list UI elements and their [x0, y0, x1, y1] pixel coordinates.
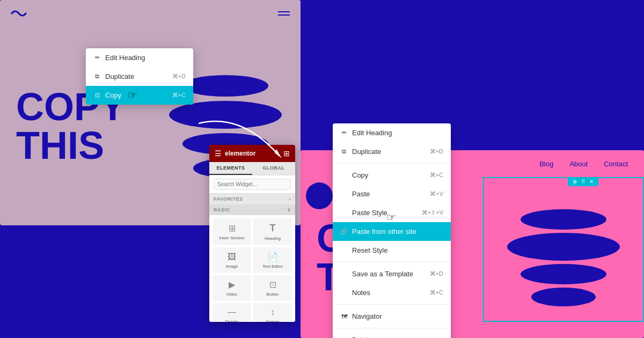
- basic-section-label: BASIC ∨: [209, 204, 295, 215]
- image-icon: 🖼: [228, 252, 236, 262]
- menu-label-dup: Duplicate: [105, 72, 134, 80]
- widget-button-label: Button: [266, 292, 279, 297]
- right-copy-label: Copy: [352, 171, 368, 179]
- svg-marker-0: [275, 149, 282, 158]
- menu-item-dup-left: ⧉ Duplicate: [93, 72, 134, 80]
- paste-other-label: Paste from other site: [352, 227, 416, 236]
- navigator-icon: 🗺: [340, 313, 348, 320]
- cursor-left: ☞: [128, 89, 137, 101]
- menu-item-duplicate[interactable]: ⧉ Duplicate ⌘+D: [86, 67, 193, 86]
- menu-right-paste[interactable]: Paste ⌘+V: [333, 185, 451, 203]
- divider-icon: —: [228, 307, 236, 317]
- big-dot: [306, 182, 333, 209]
- left-site-header: [0, 0, 301, 27]
- right-dup-label: Duplicate: [352, 148, 381, 156]
- divider-2: [333, 262, 451, 262]
- copy-shortcut: ⌘+C: [172, 92, 186, 99]
- widget-button[interactable]: ⊡ Button: [253, 275, 292, 301]
- context-menu-right[interactable]: ✏ Edit Heading ⧉ Duplicate ⌘+D Copy ⌘+C …: [333, 123, 451, 338]
- basic-arrow: ∨: [287, 207, 291, 212]
- right-copy-icon: [340, 172, 348, 179]
- right-paste-label: Paste: [352, 190, 370, 198]
- selection-toolbar[interactable]: ⊕ ⠿ ✕: [568, 177, 598, 186]
- handle-icon[interactable]: ⠿: [580, 179, 587, 185]
- menu-right-paste-other[interactable]: 🔗 Paste from other site: [333, 222, 451, 241]
- menu-right-delete[interactable]: 🗑 Delete: [333, 330, 451, 338]
- divider-1: [333, 163, 451, 164]
- arrow-graphic: [188, 107, 295, 172]
- search-area[interactable]: [209, 175, 295, 194]
- save-template-label: Save as a Template: [352, 270, 413, 278]
- hamburger-icon[interactable]: [278, 11, 290, 16]
- widget-divider-label: Divider: [225, 319, 239, 322]
- menu-right-copy[interactable]: Copy ⌘+C: [333, 166, 451, 185]
- delete-label: Delete: [352, 336, 372, 338]
- right-edit-icon: ✏: [340, 129, 348, 137]
- right-dup-icon: ⧉: [340, 148, 348, 156]
- notes-icon: [340, 289, 348, 297]
- menu-item-copy[interactable]: ⊡ Copy ⌘+C: [86, 86, 193, 105]
- menu-right-navigator[interactable]: 🗺 Navigator: [333, 307, 451, 326]
- divider-4: [333, 328, 451, 328]
- widget-image[interactable]: 🖼 Image: [213, 247, 251, 273]
- close-selection-icon[interactable]: ✕: [588, 179, 595, 185]
- save-template-shortcut: ⌘+D: [430, 270, 443, 277]
- paste-other-icon: 🔗: [340, 228, 348, 236]
- search-input[interactable]: [214, 179, 291, 190]
- paste-style-icon: [340, 209, 348, 217]
- navigator-label: Navigator: [352, 312, 382, 320]
- widget-video[interactable]: ▶ Video: [213, 275, 251, 301]
- widget-spacer-label: Spacer: [266, 319, 279, 322]
- right-copy-shortcut: ⌘+C: [430, 172, 443, 179]
- favorites-arrow: ›: [289, 196, 291, 202]
- favorites-section-label: FAVORITES ›: [209, 194, 295, 204]
- edit-icon: ✏: [93, 54, 101, 62]
- favorites-label: FAVORITES: [214, 196, 243, 202]
- notes-shortcut: ⌘+C: [430, 289, 443, 296]
- copy-icon: ⊡: [93, 92, 101, 99]
- delete-icon: 🗑: [340, 336, 348, 339]
- right-edit-label: Edit Heading: [352, 129, 392, 137]
- basic-label: BASIC: [214, 207, 230, 212]
- notes-label: Notes: [352, 289, 370, 297]
- spacer-icon: ↕: [270, 307, 275, 317]
- context-menu-left[interactable]: ✏ Edit Heading ⧉ Duplicate ⌘+D ⊡ Copy ⌘+…: [86, 48, 193, 105]
- menu-right-notes[interactable]: Notes ⌘+C: [333, 283, 451, 302]
- duplicate-icon: ⧉: [93, 73, 101, 80]
- menu-right-reset-style[interactable]: Reset Style: [333, 241, 451, 260]
- nav-contact[interactable]: Contact: [604, 160, 628, 168]
- video-icon: ▶: [229, 280, 235, 290]
- widget-inner-section-label: Inner Section: [219, 236, 244, 240]
- inner-section-icon: ⊞: [229, 223, 236, 233]
- right-paste-shortcut: ⌘+V: [430, 190, 443, 197]
- nav-blog[interactable]: Blog: [539, 160, 553, 168]
- menu-label-copy: Copy: [105, 91, 121, 99]
- text-editor-icon: 📄: [267, 252, 278, 262]
- menu-right-edit-heading[interactable]: ✏ Edit Heading: [333, 123, 451, 142]
- paste-style-shortcut: ⌘+⇧+V: [422, 209, 443, 216]
- right-paste-icon: [340, 190, 348, 198]
- widget-video-label: Video: [226, 292, 237, 297]
- menu-right-duplicate[interactable]: ⧉ Duplicate ⌘+D: [333, 142, 451, 161]
- nav-about[interactable]: About: [569, 160, 588, 168]
- widget-heading-label: Heading: [265, 236, 281, 241]
- widget-text-editor[interactable]: 📄 Text Editor: [253, 247, 292, 273]
- reset-icon: [340, 247, 348, 254]
- cursor-right: ☞: [386, 211, 396, 224]
- heading-icon: T: [270, 223, 276, 234]
- menu-right-save-template[interactable]: Save as a Template ⌘+D: [333, 264, 451, 283]
- selected-element-border: [483, 177, 644, 322]
- reset-label: Reset Style: [352, 246, 387, 254]
- widget-divider[interactable]: — Divider: [213, 303, 251, 322]
- menu-item-edit-heading[interactable]: ✏ Edit Heading: [86, 48, 193, 67]
- right-dup-shortcut: ⌘+D: [430, 148, 443, 155]
- site-logo-icon: [11, 8, 27, 19]
- widget-grid: ⊞ Inner Section T Heading 🖼 Image 📄 Text…: [209, 215, 295, 322]
- widget-heading[interactable]: T Heading: [253, 218, 292, 245]
- widget-spacer[interactable]: ↕ Spacer: [253, 303, 292, 322]
- widget-image-label: Image: [226, 264, 238, 269]
- move-icon[interactable]: ⊕: [571, 179, 579, 185]
- oval-shape-1: [182, 75, 268, 97]
- duplicate-shortcut: ⌘+D: [172, 73, 186, 80]
- widget-inner-section[interactable]: ⊞ Inner Section: [213, 218, 251, 245]
